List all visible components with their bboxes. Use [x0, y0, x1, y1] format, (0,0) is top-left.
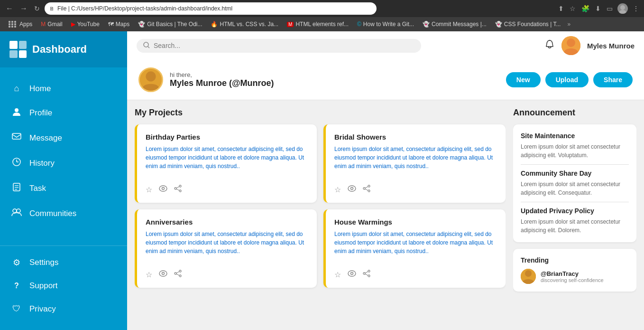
project-card-anniversaries[interactable]: Anniversaries Lorem ipsum dolor sit amet… [135, 209, 317, 288]
view-action-icon-4[interactable] [348, 270, 356, 279]
trending-avatar [521, 269, 536, 284]
card-text-bridal: Lorem ipsum dolor sit amet, consectetur … [334, 145, 497, 170]
share-action-icon-3[interactable] [174, 270, 182, 279]
notification-button[interactable] [544, 39, 555, 52]
view-action-icon-2[interactable] [348, 185, 356, 194]
announcement-text-3: Lorem ipsum dolor sit amet consectetur a… [521, 217, 629, 235]
bookmark-git-basics[interactable]: 👻 Git Basics | The Odi... [134, 20, 206, 28]
sidebar-item-history[interactable]: History [0, 151, 127, 176]
svg-point-30 [368, 190, 370, 192]
project-card-house[interactable]: House Warmings Lorem ipsum dolor sit ame… [323, 209, 506, 288]
sidebar-item-task[interactable]: Task [0, 176, 127, 201]
star-action-icon-2[interactable]: ☆ [334, 185, 341, 194]
html-elements-label: HTML elements ref... [295, 21, 349, 28]
apps-icon [8, 20, 18, 28]
menu-btn[interactable]: ⋮ [632, 4, 640, 13]
view-action-icon[interactable] [159, 185, 167, 194]
svg-rect-2 [12, 133, 21, 139]
sidebar-item-message[interactable]: Message [0, 125, 127, 151]
more-bookmarks[interactable]: » [567, 21, 570, 28]
welcome-text: hi there, Myles Munroe (@Munroe) [170, 71, 274, 88]
sidebar-item-settings[interactable]: ⚙ Settings [0, 251, 127, 274]
forward-button[interactable]: → [18, 3, 29, 14]
profile-icon [11, 107, 22, 119]
content-area: My Projects Birthday Parties Lorem ipsum… [127, 100, 644, 330]
sidebar-item-home[interactable]: ⌂ Home [0, 77, 127, 100]
message-icon [11, 132, 22, 144]
user-avatar[interactable] [561, 36, 580, 55]
bookmark-html-elements[interactable]: M HTML elements ref... [283, 20, 352, 28]
bookmark-apps[interactable]: Apps [4, 19, 36, 29]
gmail-icon: M [41, 21, 46, 28]
html-css-label: HTML vs. CSS vs. Ja... [220, 21, 278, 28]
svg-point-42 [368, 270, 370, 272]
search-input[interactable] [154, 42, 414, 49]
star-action-icon-3[interactable]: ☆ [146, 270, 152, 279]
back-button[interactable]: ← [4, 3, 15, 14]
svg-line-39 [176, 274, 179, 275]
browser-chrome: ← → ↻ 🗎 File | C:/Users/HP/Desktop/proje… [0, 0, 644, 31]
youtube-label: YouTube [77, 21, 100, 28]
projects-section: My Projects Birthday Parties Lorem ipsum… [135, 108, 506, 322]
sidebar-item-communities[interactable]: Communities [0, 201, 127, 226]
sidebar-item-support[interactable]: ? Support [0, 274, 127, 297]
bookmark-git-write[interactable]: © How to Write a Git... [353, 20, 418, 28]
commit-icon: 👻 [423, 21, 430, 28]
support-icon: ? [11, 282, 22, 290]
welcome-username: Myles Munroe (@Munroe) [170, 78, 274, 88]
communities-icon [11, 207, 22, 219]
trending-sub: discovering self-confidence [541, 277, 604, 283]
svg-point-22 [175, 188, 176, 189]
logo-text: Dashboard [32, 43, 87, 56]
sidebar-item-profile[interactable]: Profile [0, 100, 127, 125]
share-action-icon-4[interactable] [363, 270, 370, 279]
reload-button[interactable]: ↻ [32, 4, 42, 13]
git-basics-icon: 👻 [138, 21, 145, 28]
browser-profile-icon[interactable] [617, 3, 628, 14]
svg-point-16 [567, 38, 575, 47]
svg-line-31 [365, 187, 368, 188]
home-icon: ⌂ [11, 84, 22, 94]
address-bar[interactable]: 🗎 File | C:/Users/HP/Desktop/project-tas… [45, 2, 377, 15]
settings-label: Settings [29, 258, 58, 267]
search-bar[interactable] [137, 39, 421, 53]
share-browser-btn[interactable]: ⬆ [557, 4, 565, 13]
card-text-house: Lorem ipsum dolor sit amet, consectetur … [334, 230, 497, 255]
divider-1 [521, 164, 629, 165]
project-card-bridal[interactable]: Bridal Showers Lorem ipsum dolor sit ame… [323, 124, 506, 203]
view-action-icon-3[interactable] [159, 270, 167, 279]
new-button[interactable]: New [506, 72, 541, 87]
project-card-birthday[interactable]: Birthday Parties Lorem ipsum dolor sit a… [135, 124, 317, 203]
html-elements-icon: M [287, 22, 294, 27]
star-action-icon-4[interactable]: ☆ [334, 270, 341, 279]
welcome-avatar [138, 67, 163, 92]
trending-info: @BrianTracy discovering self-confidence [541, 270, 604, 283]
share-action-icon-2[interactable] [363, 185, 370, 194]
maps-icon: 🗺 [108, 21, 114, 28]
svg-line-38 [176, 272, 179, 273]
announcement-card: Site Maintenance Lorem ipsum dolor sit a… [513, 124, 636, 242]
share-button[interactable]: Share [593, 72, 633, 87]
share-action-icon[interactable] [174, 185, 182, 194]
star-action-icon[interactable]: ☆ [146, 185, 152, 194]
svg-point-26 [348, 186, 356, 191]
upload-button[interactable]: Upload [545, 72, 589, 87]
bookmark-css[interactable]: 👻 CSS Foundations | T... [491, 20, 565, 28]
bookmark-maps[interactable]: 🗺 Maps [104, 20, 133, 28]
bookmark-gmail[interactable]: M Gmail [37, 20, 66, 28]
file-icon: 🗎 [49, 6, 55, 11]
window-btn[interactable]: ▭ [606, 4, 614, 13]
bookmark-html-css[interactable]: 🔥 HTML vs. CSS vs. Ja... [207, 20, 282, 28]
card-title-house: House Warmings [334, 218, 497, 226]
bookmark-youtube[interactable]: ▶ YouTube [67, 20, 103, 28]
download-btn[interactable]: ⬇ [594, 4, 602, 13]
svg-point-35 [179, 270, 181, 272]
history-icon [11, 157, 22, 169]
extensions-btn[interactable]: 🧩 [580, 4, 590, 13]
star-btn[interactable]: ☆ [569, 4, 577, 13]
svg-point-40 [348, 271, 356, 276]
sidebar-item-privacy[interactable]: 🛡 Privacy [0, 297, 127, 321]
app-wrapper: Dashboard ⌂ Home Profile Message [0, 31, 644, 330]
bookmark-commit[interactable]: 👻 Commit Messages |... [419, 20, 490, 28]
welcome-actions: New Upload Share [506, 72, 633, 87]
